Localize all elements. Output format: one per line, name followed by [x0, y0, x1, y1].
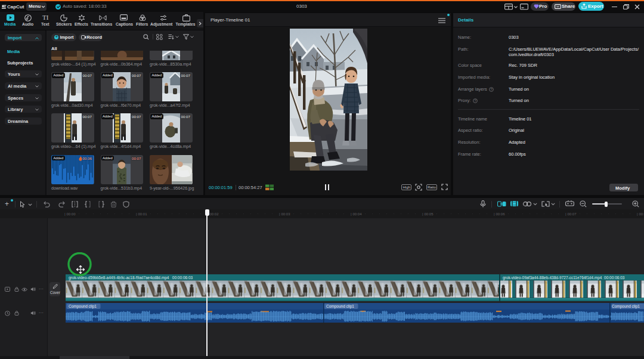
svg-text:?: ?	[490, 88, 492, 91]
svg-text:?: ?	[474, 99, 476, 103]
